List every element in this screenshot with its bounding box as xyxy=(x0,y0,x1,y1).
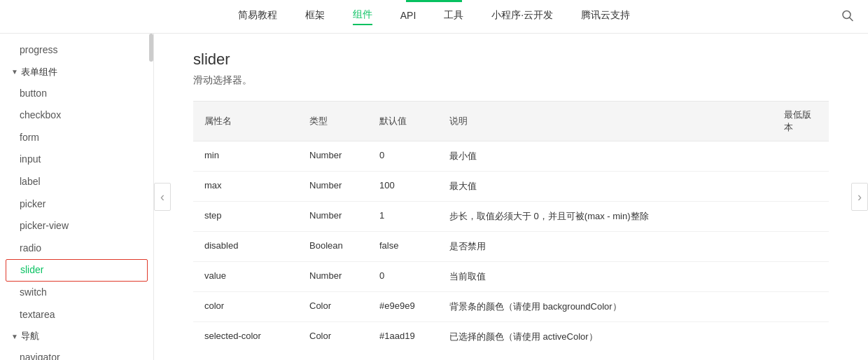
page-description: 滑动选择器。 xyxy=(193,74,829,87)
cell-version xyxy=(773,141,829,172)
cell-desc: 步长，取值必须大于 0，并且可被(max - min)整除 xyxy=(438,202,773,232)
sidebar-item-picker-view[interactable]: picker-view xyxy=(0,215,153,237)
cell-name: min xyxy=(193,141,298,172)
cell-name: value xyxy=(193,262,298,292)
group-arrow-nav: ▼ xyxy=(11,333,18,340)
group-arrow-form: ▼ xyxy=(11,68,18,76)
sidebar-item-picker[interactable]: picker xyxy=(0,193,153,216)
sidebar-group-form-label: 表单组件 xyxy=(21,66,57,78)
sidebar-scrollbar[interactable] xyxy=(149,34,153,62)
cell-name: color xyxy=(193,292,298,322)
cell-type: Boolean xyxy=(298,232,368,262)
nav-item-tencent[interactable]: 腾讯云支持 xyxy=(581,9,630,25)
col-header-version: 最低版本 xyxy=(773,102,829,141)
sidebar-item-progress[interactable]: progress xyxy=(0,39,153,62)
cell-desc: 最小值 xyxy=(438,141,773,172)
sidebar: progress ▼ 表单组件 button checkbox form inp… xyxy=(0,34,154,360)
cell-version xyxy=(773,322,829,352)
col-header-default: 默认值 xyxy=(368,102,438,141)
sidebar-group-nav[interactable]: ▼ 导航 xyxy=(0,326,153,347)
sidebar-item-form[interactable]: form xyxy=(0,127,153,149)
nav-item-components[interactable]: 组件 xyxy=(353,8,372,25)
cell-type: Number xyxy=(298,172,368,202)
cell-default: 0 xyxy=(368,262,438,292)
cell-default: #1aad19 xyxy=(368,322,438,352)
sidebar-item-switch[interactable]: switch xyxy=(0,282,153,304)
table-row: minNumber0最小值 xyxy=(193,141,829,172)
sidebar-group-nav-label: 导航 xyxy=(21,330,39,342)
cell-version xyxy=(773,172,829,202)
sidebar-group-form[interactable]: ▼ 表单组件 xyxy=(0,62,153,83)
table-row: stepNumber1步长，取值必须大于 0，并且可被(max - min)整除 xyxy=(193,202,829,232)
cell-name: selected-color xyxy=(193,322,298,352)
sidebar-item-textarea[interactable]: textarea xyxy=(0,304,153,326)
cell-type: Color xyxy=(298,292,368,322)
nav-arrow-left[interactable]: ‹ xyxy=(154,183,171,211)
cell-version xyxy=(773,232,829,262)
cell-default: 1 xyxy=(368,202,438,232)
col-header-name: 属性名 xyxy=(193,102,298,141)
cell-version xyxy=(773,202,829,232)
cell-desc: 当前取值 xyxy=(438,262,773,292)
cell-default: false xyxy=(368,232,438,262)
cell-default: 0 xyxy=(368,141,438,172)
col-header-desc: 说明 xyxy=(438,102,773,141)
cell-name: step xyxy=(193,202,298,232)
cell-desc: 是否禁用 xyxy=(438,232,773,262)
sidebar-item-label[interactable]: label xyxy=(0,171,153,193)
cell-desc: 背景条的颜色（请使用 backgroundColor） xyxy=(438,292,773,322)
attributes-table: 属性名 类型 默认值 说明 最低版本 minNumber0最小值maxNumbe… xyxy=(193,101,829,352)
table-row: selected-colorColor#1aad19已选择的颜色（请使用 act… xyxy=(193,322,829,352)
cell-type: Color xyxy=(298,322,368,352)
table-row: colorColor#e9e9e9背景条的颜色（请使用 backgroundCo… xyxy=(193,292,829,322)
content-area: ‹ › slider 滑动选择器。 属性名 类型 默认值 说明 最低版本 min… xyxy=(154,34,868,360)
nav-items: 简易教程 框架 组件 API 工具 小程序·云开发 腾讯云支持 xyxy=(238,8,630,25)
table-row: disabledBooleanfalse是否禁用 xyxy=(193,232,829,262)
cell-desc: 已选择的颜色（请使用 activeColor） xyxy=(438,322,773,352)
search-button[interactable] xyxy=(841,9,854,24)
nav-item-tutorial[interactable]: 简易教程 xyxy=(238,9,277,25)
cell-type: Number xyxy=(298,262,368,292)
nav-item-miniprogram[interactable]: 小程序·云开发 xyxy=(491,9,553,25)
nav-active-indicator xyxy=(406,0,462,2)
page-title: slider xyxy=(193,50,829,69)
sidebar-item-input[interactable]: input xyxy=(0,148,153,171)
cell-version xyxy=(773,262,829,292)
cell-name: max xyxy=(193,172,298,202)
col-header-type: 类型 xyxy=(298,102,368,141)
nav-item-framework[interactable]: 框架 xyxy=(305,9,325,25)
sidebar-item-button[interactable]: button xyxy=(0,83,153,105)
sidebar-item-checkbox[interactable]: checkbox xyxy=(0,104,153,127)
svg-line-1 xyxy=(850,18,853,21)
nav-item-tools[interactable]: 工具 xyxy=(444,9,463,25)
cell-type: Number xyxy=(298,202,368,232)
cell-name: disabled xyxy=(193,232,298,262)
main-layout: progress ▼ 表单组件 button checkbox form inp… xyxy=(0,34,868,360)
sidebar-item-radio[interactable]: radio xyxy=(0,237,153,260)
nav-arrow-right[interactable]: › xyxy=(851,183,868,211)
sidebar-item-navigator[interactable]: navigator xyxy=(0,347,153,360)
cell-desc: 最大值 xyxy=(438,172,773,202)
top-navigation: 简易教程 框架 组件 API 工具 小程序·云开发 腾讯云支持 xyxy=(0,0,868,34)
sidebar-item-slider[interactable]: slider xyxy=(6,259,148,282)
table-row: valueNumber0当前取值 xyxy=(193,262,829,292)
cell-version xyxy=(773,292,829,322)
nav-item-api[interactable]: API xyxy=(400,10,416,24)
cell-type: Number xyxy=(298,141,368,172)
cell-default: 100 xyxy=(368,172,438,202)
cell-default: #e9e9e9 xyxy=(368,292,438,322)
table-row: maxNumber100最大值 xyxy=(193,172,829,202)
